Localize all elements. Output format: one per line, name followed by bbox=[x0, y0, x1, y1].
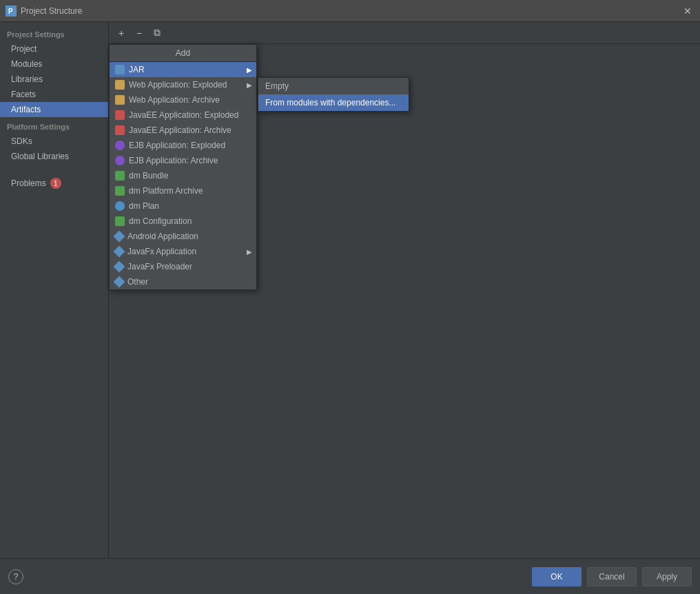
ejb-archive-label: EJB Application: Archive bbox=[129, 156, 218, 165]
javafx-preloader-icon bbox=[114, 261, 125, 273]
javafx-app-label: JavaFx Application bbox=[127, 247, 196, 256]
content-area: Project Settings Project Modules Librari… bbox=[0, 22, 700, 558]
sidebar-modules-label: Modules bbox=[11, 59, 42, 69]
main-layout: Project Settings Project Modules Librari… bbox=[0, 22, 700, 594]
bottom-right: OK Cancel Apply bbox=[532, 567, 692, 586]
dm-configuration-icon bbox=[115, 216, 125, 226]
toolbar: + − ⧉ bbox=[109, 22, 700, 44]
ejb-exploded-icon bbox=[115, 141, 125, 150]
apply-button[interactable]: Apply bbox=[642, 567, 692, 586]
add-button[interactable]: + bbox=[113, 25, 130, 41]
jar-arrow-icon: ▶ bbox=[247, 66, 252, 74]
ejb-exploded-label: EJB Application: Exploded bbox=[129, 141, 225, 150]
sidebar-item-sdks[interactable]: SDKs bbox=[0, 134, 108, 149]
sidebar-facets-label: Facets bbox=[11, 90, 36, 99]
submenu-from-modules[interactable]: From modules with dependencies... bbox=[258, 94, 409, 111]
menu-item-javafx-app[interactable]: JavaFx Application ▶ bbox=[110, 244, 256, 259]
remove-button[interactable]: − bbox=[131, 25, 147, 41]
sidebar: Project Settings Project Modules Librari… bbox=[0, 22, 109, 558]
web-archive-label: Web Application: Archive bbox=[129, 95, 220, 105]
problems-badge: 1 bbox=[50, 178, 61, 189]
bottom-bar: ? OK Cancel Apply bbox=[0, 558, 700, 594]
sidebar-item-project[interactable]: Project bbox=[0, 41, 108, 57]
web-exploded-icon bbox=[115, 80, 125, 90]
menu-item-dm-bundle[interactable]: dm Bundle bbox=[110, 168, 256, 183]
menu-item-javafx-preloader[interactable]: JavaFx Preloader bbox=[110, 259, 256, 274]
sidebar-project-label: Project bbox=[11, 44, 37, 54]
jar-label: JAR bbox=[129, 65, 145, 74]
menu-item-android-app[interactable]: Android Application bbox=[110, 229, 256, 244]
title-bar: P Project Structure ✕ bbox=[0, 0, 700, 22]
svg-text:P: P bbox=[8, 8, 13, 15]
other-label: Other bbox=[127, 277, 148, 287]
app-icon: P bbox=[6, 6, 17, 17]
add-dropdown: Add JAR ▶ Empty From modules with depend… bbox=[109, 44, 257, 290]
javafx-preloader-label: JavaFx Preloader bbox=[127, 262, 192, 272]
ok-button[interactable]: OK bbox=[532, 567, 581, 586]
project-settings-label: Project Settings bbox=[0, 25, 108, 41]
sidebar-item-libraries[interactable]: Libraries bbox=[0, 72, 108, 87]
javaee-archive-label: JavaEE Application: Archive bbox=[129, 125, 231, 135]
sidebar-artifacts-label: Artifacts bbox=[11, 105, 41, 114]
sidebar-global-libraries-label: Global Libraries bbox=[11, 152, 69, 161]
sidebar-item-artifacts[interactable]: Artifacts bbox=[0, 102, 108, 117]
web-archive-icon bbox=[115, 95, 125, 105]
javaee-exploded-icon bbox=[115, 110, 125, 120]
sidebar-item-modules[interactable]: Modules bbox=[0, 57, 108, 72]
web-exploded-label: Web Application: Exploded bbox=[129, 80, 227, 90]
sidebar-sdks-label: SDKs bbox=[11, 136, 32, 146]
sidebar-problems-label: Problems bbox=[11, 178, 46, 188]
android-app-icon bbox=[114, 231, 125, 243]
sidebar-item-global-libraries[interactable]: Global Libraries bbox=[0, 149, 108, 164]
bottom-left: ? bbox=[8, 569, 23, 584]
web-exploded-arrow-icon: ▶ bbox=[247, 81, 252, 89]
menu-item-javaee-archive[interactable]: JavaEE Application: Archive bbox=[110, 123, 256, 138]
dm-configuration-label: dm Configuration bbox=[129, 216, 192, 226]
javafx-app-icon bbox=[114, 246, 125, 258]
right-panel: + − ⧉ Add JAR ▶ bbox=[109, 22, 700, 558]
dm-platform-archive-icon bbox=[115, 186, 125, 196]
close-button[interactable]: ✕ bbox=[681, 4, 694, 18]
menu-item-jar[interactable]: JAR ▶ Empty From modules with dependenci… bbox=[110, 62, 256, 77]
dm-platform-archive-label: dm Platform Archive bbox=[129, 186, 203, 196]
jar-submenu: Empty From modules with dependencies... bbox=[258, 77, 409, 112]
android-app-label: Android Application bbox=[127, 232, 198, 241]
javaee-archive-icon bbox=[115, 125, 125, 135]
add-menu-header: Add bbox=[110, 45, 256, 62]
cancel-button[interactable]: Cancel bbox=[587, 567, 637, 586]
sidebar-libraries-label: Libraries bbox=[11, 74, 43, 84]
other-icon bbox=[114, 276, 125, 288]
menu-item-dm-platform-archive[interactable]: dm Platform Archive bbox=[110, 183, 256, 198]
main-panel: Add JAR ▶ Empty From modules with depend… bbox=[109, 44, 700, 558]
menu-item-dm-configuration[interactable]: dm Configuration bbox=[110, 214, 256, 229]
menu-item-dm-plan[interactable]: dm Plan bbox=[110, 198, 256, 214]
menu-item-javaee-exploded[interactable]: JavaEE Application: Exploded bbox=[110, 107, 256, 123]
menu-item-web-exploded[interactable]: Web Application: Exploded ▶ bbox=[110, 77, 256, 92]
menu-item-web-archive[interactable]: Web Application: Archive bbox=[110, 92, 256, 107]
menu-item-ejb-archive[interactable]: EJB Application: Archive bbox=[110, 153, 256, 168]
help-button[interactable]: ? bbox=[8, 569, 23, 584]
dm-bundle-icon bbox=[115, 171, 125, 181]
sidebar-item-facets[interactable]: Facets bbox=[0, 87, 108, 102]
dm-bundle-label: dm Bundle bbox=[129, 171, 168, 181]
menu-item-ejb-exploded[interactable]: EJB Application: Exploded bbox=[110, 138, 256, 153]
javafx-app-arrow-icon: ▶ bbox=[247, 248, 252, 256]
copy-button[interactable]: ⧉ bbox=[149, 25, 165, 41]
dm-plan-icon bbox=[115, 201, 125, 211]
submenu-empty[interactable]: Empty bbox=[258, 78, 409, 94]
dm-plan-label: dm Plan bbox=[129, 201, 159, 211]
ejb-archive-icon bbox=[115, 156, 125, 165]
platform-settings-label: Platform Settings bbox=[0, 117, 108, 134]
javaee-exploded-label: JavaEE Application: Exploded bbox=[129, 110, 238, 120]
jar-icon bbox=[115, 65, 125, 74]
menu-item-other[interactable]: Other bbox=[110, 274, 256, 289]
add-menu: Add JAR ▶ Empty From modules with depend… bbox=[109, 44, 257, 290]
window-title: Project Structure bbox=[21, 6, 82, 16]
sidebar-item-problems[interactable]: Problems 1 bbox=[0, 175, 108, 192]
